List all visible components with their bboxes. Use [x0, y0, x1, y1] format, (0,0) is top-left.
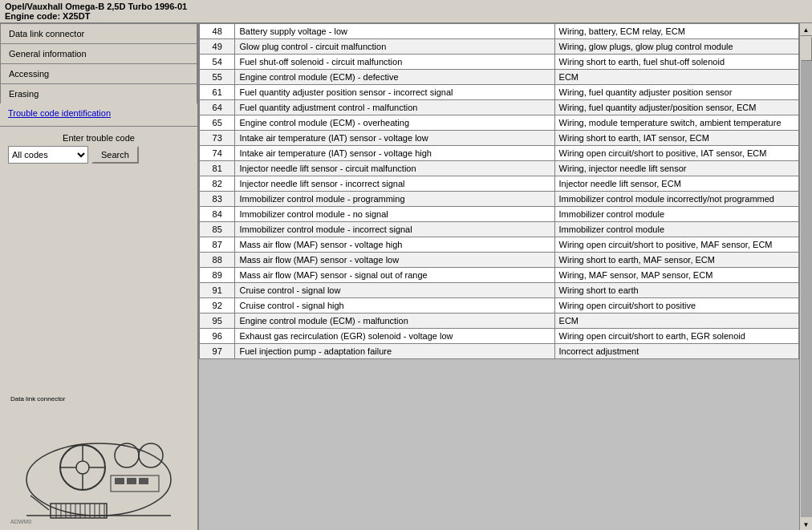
table-row: 92Cruise control - signal highWiring ope… — [200, 298, 799, 314]
code-cell: 85 — [200, 222, 235, 237]
car-illustration: Data link connector — [0, 170, 197, 530]
cause-cell: Wiring, battery, ECM relay, ECM — [554, 24, 798, 39]
description-cell: Immobilizer control module - no signal — [235, 207, 554, 222]
search-button[interactable]: Search — [91, 146, 139, 164]
cause-cell: Immobilizer control module — [554, 207, 798, 222]
description-cell: Intake air temperature (IAT) sensor - vo… — [235, 131, 554, 146]
cause-cell: Wiring, MAF sensor, MAP sensor, ECM — [554, 268, 798, 283]
table-row: 89Mass air flow (MAF) sensor - signal ou… — [200, 268, 799, 283]
cause-cell: Wiring open circuit/short to positive, I… — [554, 146, 798, 161]
table-row: 55Engine control module (ECM) - defectiv… — [200, 70, 799, 85]
search-section: Enter trouble code All codes Search — [0, 126, 197, 170]
svg-point-1 — [26, 443, 171, 516]
code-cell: 49 — [200, 39, 235, 55]
code-cell: 96 — [200, 329, 235, 344]
cause-cell: Wiring, fuel quantity adjuster/position … — [554, 100, 798, 115]
code-cell: 91 — [200, 283, 235, 298]
cause-cell: Injector needle lift sensor, ECM — [554, 176, 798, 192]
description-cell: Glow plug control - circuit malfunction — [235, 39, 554, 55]
table-row: 97Fuel injection pump - adaptation failu… — [200, 344, 799, 359]
sidebar-item-accessing[interactable]: Accessing — [0, 63, 197, 83]
scrollbar: ▲ ▼ — [799, 23, 812, 530]
description-cell: Fuel injection pump - adaptation failure — [235, 344, 554, 359]
content-area: 48Battery supply voltage - lowWiring, ba… — [199, 23, 799, 530]
cause-cell: Wiring, glow plugs, glow plug control mo… — [554, 39, 798, 55]
description-cell: Injector needle lift sensor - incorrect … — [235, 176, 554, 192]
description-cell: Immobilizer control module - programming — [235, 192, 554, 207]
cause-cell: ECM — [554, 70, 798, 85]
scroll-up-button[interactable]: ▲ — [800, 23, 813, 36]
svg-rect-25 — [127, 478, 136, 484]
svg-text:Data link connector: Data link connector — [10, 395, 66, 403]
cause-cell: Wiring short to earth, IAT sensor, ECM — [554, 131, 798, 146]
cause-cell: Wiring short to earth, MAF sensor, ECM — [554, 253, 798, 268]
table-row: 49Glow plug control - circuit malfunctio… — [200, 39, 799, 55]
table-row: 88Mass air flow (MAF) sensor - voltage l… — [200, 253, 799, 268]
sidebar-item-erasing[interactable]: Erasing — [0, 83, 197, 103]
sidebar-item-general-information[interactable]: General information — [0, 43, 197, 63]
code-cell: 88 — [200, 253, 235, 268]
description-cell: Mass air flow (MAF) sensor - voltage low — [235, 253, 554, 268]
code-dropdown[interactable]: All codes — [8, 146, 88, 164]
description-cell: Fuel quantity adjustment control - malfu… — [235, 100, 554, 115]
scroll-down-button[interactable]: ▼ — [800, 518, 813, 530]
description-cell: Mass air flow (MAF) sensor - voltage hig… — [235, 237, 554, 253]
description-cell: Cruise control - signal high — [235, 298, 554, 314]
svg-point-8 — [115, 443, 139, 467]
description-cell: Engine control module (ECM) - overheatin… — [235, 115, 554, 131]
table-row: 83Immobilizer control module - programmi… — [200, 192, 799, 207]
cause-cell: Incorrect adjustment — [554, 344, 798, 359]
code-cell: 83 — [200, 192, 235, 207]
code-cell: 92 — [200, 298, 235, 314]
svg-text:ADWM0: ADWM0 — [10, 519, 31, 524]
cause-cell: Wiring, injector needle lift sensor — [554, 161, 798, 176]
cause-cell: Immobilizer control module incorrectly/n… — [554, 192, 798, 207]
table-row: 48Battery supply voltage - lowWiring, ba… — [200, 24, 799, 39]
table-row: 91Cruise control - signal lowWiring shor… — [200, 283, 799, 298]
table-container[interactable]: 48Battery supply voltage - lowWiring, ba… — [199, 23, 799, 530]
code-cell: 87 — [200, 237, 235, 253]
description-cell: Injector needle lift sensor - circuit ma… — [235, 161, 554, 176]
table-row: 64Fuel quantity adjustment control - mal… — [200, 100, 799, 115]
description-cell: Cruise control - signal low — [235, 283, 554, 298]
description-cell: Fuel quantity adjuster position sensor -… — [235, 85, 554, 100]
table-row: 65Engine control module (ECM) - overheat… — [200, 115, 799, 131]
cause-cell: Wiring open circuit/short to positive — [554, 298, 798, 314]
code-cell: 48 — [200, 24, 235, 39]
cause-cell: Wiring short to earth, fuel shut-off sol… — [554, 55, 798, 70]
sidebar-item-data-link-connector[interactable]: Data link connector — [0, 23, 197, 43]
svg-rect-26 — [139, 478, 148, 484]
table-row: 84Immobilizer control module - no signal… — [200, 207, 799, 222]
svg-line-22 — [30, 496, 49, 510]
trouble-code-identification-link[interactable]: Trouble code identification — [0, 103, 197, 123]
trouble-codes-table: 48Battery supply voltage - lowWiring, ba… — [199, 23, 799, 359]
code-cell: 54 — [200, 55, 235, 70]
table-row: 96Exhaust gas recirculation (EGR) soleno… — [200, 329, 799, 344]
code-cell: 82 — [200, 176, 235, 192]
scroll-thumb[interactable] — [801, 37, 812, 61]
cause-cell: Wiring short to earth — [554, 283, 798, 298]
code-cell: 73 — [200, 131, 235, 146]
table-row: 74Intake air temperature (IAT) sensor - … — [200, 146, 799, 161]
code-cell: 84 — [200, 207, 235, 222]
description-cell: Battery supply voltage - low — [235, 24, 554, 39]
table-row: 61Fuel quantity adjuster position sensor… — [200, 85, 799, 100]
app-title: Opel/Vauxhall Omega-B 2,5D Turbo 1996-01 — [5, 2, 807, 11]
table-row: 73Intake air temperature (IAT) sensor - … — [200, 131, 799, 146]
svg-point-9 — [139, 443, 163, 467]
svg-point-3 — [76, 461, 89, 474]
table-row: 82Injector needle lift sensor - incorrec… — [200, 176, 799, 192]
description-cell: Engine control module (ECM) - defective — [235, 70, 554, 85]
description-cell: Mass air flow (MAF) sensor - signal out … — [235, 268, 554, 283]
description-cell: Engine control module (ECM) - malfunctio… — [235, 314, 554, 329]
engine-code: Engine code: X25DT — [5, 11, 807, 21]
scroll-track — [801, 37, 812, 517]
table-row: 85Immobilizer control module - incorrect… — [200, 222, 799, 237]
cause-cell: Wiring, module temperature switch, ambie… — [554, 115, 798, 131]
code-cell: 81 — [200, 161, 235, 176]
sidebar: Data link connector General information … — [0, 23, 199, 530]
code-cell: 65 — [200, 115, 235, 131]
cause-cell: ECM — [554, 314, 798, 329]
code-cell: 97 — [200, 344, 235, 359]
description-cell: Immobilizer control module - incorrect s… — [235, 222, 554, 237]
